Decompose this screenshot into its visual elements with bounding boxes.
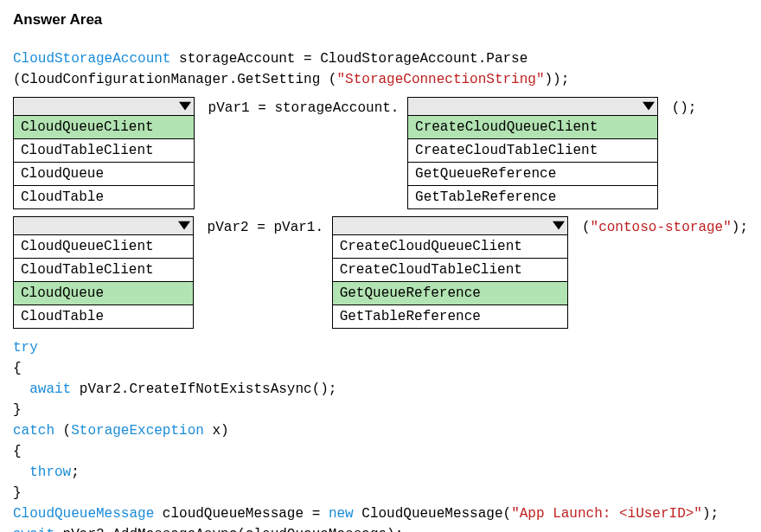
svg-marker-2 [178,221,190,229]
code-catch: catch (StorageException x) [13,420,748,441]
type-name: CloudStorageAccount [13,51,170,67]
dropdown-option[interactable]: GetQueueReference [333,281,568,304]
code-line-1: CloudStorageAccount storageAccount = Clo… [13,48,748,69]
dropdown-list[interactable]: CloudQueueClientCloudTableClientCloudQue… [13,235,194,329]
svg-marker-3 [553,221,565,229]
code-brace: { [13,441,748,462]
code-text: )); [545,72,570,87]
dropdown-header[interactable] [13,97,195,116]
chevron-down-icon [178,219,190,231]
string-literal: "StorageConnectionString" [336,72,544,87]
dropdown-option[interactable]: CloudQueue [14,281,193,304]
dropdown-option[interactable]: CreateCloudQueueClient [408,116,657,138]
dropdown-row-2: CloudQueueClientCloudTableClientCloudQue… [13,216,748,329]
dropdown-option[interactable]: GetQueueReference [408,162,657,185]
code-fragment: pVar1 = storageAccount. [200,97,407,119]
dropdown-pvar2-type[interactable]: CloudQueueClientCloudTableClientCloudQue… [13,216,194,329]
dropdown-pvar1-method[interactable]: CreateCloudQueueClientCreateCloudTableCl… [407,97,658,209]
chevron-down-icon [643,99,655,112]
code-fragment: (); [663,97,696,119]
dropdown-option[interactable]: CloudTableClient [14,138,194,162]
code-brace: } [13,400,748,420]
code-fragment: ("contoso-storage"); [573,216,748,238]
page-title: Answer Area [13,9,748,31]
dropdown-list[interactable]: CreateCloudQueueClientCreateCloudTableCl… [332,235,569,329]
dropdown-option[interactable]: CloudTableClient [14,258,193,281]
code-await: await pVar2.CreateIfNotExistsAsync(); [13,379,748,400]
chevron-down-icon [179,99,191,112]
dropdown-list[interactable]: CloudQueueClientCloudTableClientCloudQue… [13,116,195,209]
dropdown-option[interactable]: CloudQueueClient [14,235,193,258]
dropdown-option[interactable]: CreateCloudTableClient [333,258,568,281]
dropdown-pvar1-type[interactable]: CloudQueueClientCloudTableClientCloudQue… [13,97,195,209]
dropdown-option[interactable]: CloudQueueClient [14,116,194,138]
code-brace: } [13,483,748,503]
code-fragment: pVar2 = pVar1. [199,216,332,238]
chevron-down-icon [553,219,565,231]
svg-marker-0 [179,101,191,110]
code-throw: throw; [13,462,748,483]
svg-marker-1 [643,101,655,110]
dropdown-header[interactable] [13,216,194,235]
code-brace: { [13,358,748,379]
code-text: (CloudConfigurationManager.GetSetting ( [13,72,336,87]
dropdown-header[interactable] [407,97,658,116]
code-text: storageAccount = CloudStorageAccount.Par… [170,51,528,67]
dropdown-option[interactable]: CreateCloudQueueClient [333,235,568,258]
dropdown-option[interactable]: CloudTable [14,185,194,208]
dropdown-pvar2-method[interactable]: CreateCloudQueueClientCreateCloudTableCl… [332,216,569,329]
code-queuemsg: CloudQueueMessage cloudQueueMessage = ne… [13,503,748,524]
dropdown-header[interactable] [332,216,569,235]
code-await2: await pVar2.AddMessageAsync(cloudQueueMe… [13,524,748,533]
dropdown-option[interactable]: GetTableReference [408,185,657,208]
dropdown-option[interactable]: GetTableReference [333,304,568,328]
dropdown-list[interactable]: CreateCloudQueueClientCreateCloudTableCl… [407,116,658,209]
dropdown-row-1: CloudQueueClientCloudTableClientCloudQue… [13,97,748,209]
dropdown-option[interactable]: CloudTable [14,304,193,328]
dropdown-option[interactable]: CreateCloudTableClient [408,138,657,162]
code-line-2: (CloudConfigurationManager.GetSetting ("… [13,69,748,90]
code-try: try [13,337,748,358]
string-literal: "contoso-storage" [591,220,732,235]
dropdown-option[interactable]: CloudQueue [14,162,194,185]
